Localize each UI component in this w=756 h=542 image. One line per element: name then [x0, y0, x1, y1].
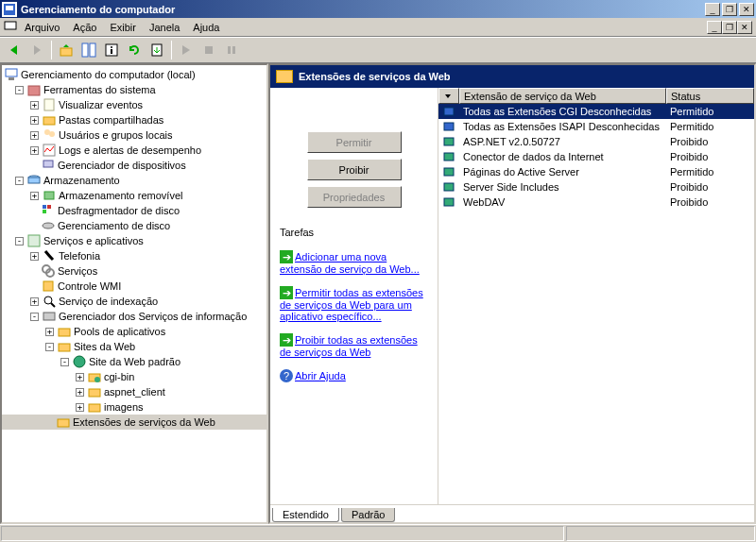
- expand-icon[interactable]: +: [76, 373, 84, 381]
- expand-icon[interactable]: +: [30, 192, 39, 200]
- expand-icon[interactable]: +: [30, 146, 39, 155]
- list-row[interactable]: Conector de dados da InternetProibido: [438, 149, 754, 164]
- properties-button[interactable]: [101, 40, 122, 60]
- tree-telefonia[interactable]: +Telefonia: [2, 248, 266, 263]
- tree-armaz-rem[interactable]: +Armazenamento removível: [2, 188, 266, 203]
- expand-icon[interactable]: +: [30, 131, 39, 140]
- refresh-button[interactable]: [124, 40, 145, 60]
- tree-gerenc-disp[interactable]: Gerenciador de dispositivos: [2, 158, 266, 173]
- svg-rect-25: [44, 192, 54, 199]
- restore-button[interactable]: ❐: [722, 3, 737, 16]
- up-button[interactable]: [56, 40, 77, 60]
- play-button[interactable]: [176, 40, 197, 60]
- link-open-help[interactable]: ?Abrir Ajuda: [280, 369, 428, 382]
- tree-label: Logs e alertas de desempenho: [59, 144, 201, 156]
- svg-rect-37: [59, 329, 70, 336]
- tree-logs-alertas[interactable]: +Logs e alertas de desempenho: [2, 143, 266, 158]
- list-row[interactable]: Todas as Extensões ISAPI DesconhecidasPe…: [438, 119, 754, 134]
- export-button[interactable]: [146, 40, 167, 60]
- tree-label: Gerenciamento do computador (local): [21, 69, 196, 80]
- ext-status: Permitido: [666, 166, 754, 178]
- tree-ext-serv-web[interactable]: Extensões de serviços da Web: [2, 415, 266, 430]
- eventlog-icon: [42, 97, 57, 112]
- tree-gerenc-iis[interactable]: -Gerenciador dos Serviços de informação: [2, 309, 266, 324]
- toolbar-separator: [171, 41, 172, 59]
- expand-icon[interactable]: +: [76, 403, 84, 412]
- tree-cgi-bin[interactable]: +cgi-bin: [2, 369, 266, 384]
- mdi-minimize-button[interactable]: _: [707, 21, 722, 34]
- back-button[interactable]: [4, 40, 25, 60]
- col-extension[interactable]: Extensão de serviço da Web: [459, 88, 666, 104]
- stop-button[interactable]: [198, 40, 219, 60]
- pause-button[interactable]: [221, 40, 242, 60]
- tab-estendido[interactable]: Estendido: [272, 508, 339, 522]
- expand-icon[interactable]: +: [30, 297, 39, 306]
- folder-icon: [87, 399, 102, 415]
- expand-icon[interactable]: +: [76, 388, 84, 397]
- tree-usuarios-grupos[interactable]: +Usuários e grupos locais: [2, 127, 266, 143]
- list-row[interactable]: Server Side IncludesProibido: [438, 179, 754, 195]
- collapse-icon[interactable]: -: [15, 237, 24, 246]
- collapse-icon[interactable]: -: [15, 177, 24, 185]
- expand-icon[interactable]: +: [45, 328, 54, 336]
- menu-acao[interactable]: Ação: [67, 20, 102, 35]
- list-row[interactable]: ASP.NET v2.0.50727Proibido: [438, 134, 754, 149]
- permitir-button[interactable]: Permitir: [307, 131, 402, 153]
- tree-pane[interactable]: Gerenciamento do computador (local) -Fer…: [0, 63, 268, 524]
- collapse-icon[interactable]: -: [60, 358, 69, 366]
- link-add-extension[interactable]: ➔Adicionar uma nova extensão de serviço …: [280, 250, 428, 275]
- collapse-icon[interactable]: -: [45, 343, 54, 351]
- tree-pools[interactable]: +Pools de aplicativos: [2, 324, 266, 339]
- tree-sites-web[interactable]: -Sites da Web: [2, 339, 266, 354]
- tree-pastas-comp[interactable]: +Pastas compartilhadas: [2, 112, 266, 127]
- menu-exibir[interactable]: Exibir: [104, 20, 142, 35]
- tree-imagens[interactable]: +imagens: [2, 399, 266, 415]
- tree-controle-wmi[interactable]: Controle WMI: [2, 279, 266, 294]
- tree-label: Visualizar eventos: [59, 99, 143, 110]
- tree-label: Telefonia: [59, 250, 100, 262]
- computer-icon: [4, 67, 19, 82]
- tree-visualizar-eventos[interactable]: +Visualizar eventos: [2, 97, 266, 112]
- expand-icon[interactable]: +: [30, 101, 39, 110]
- ext-icon: [442, 105, 455, 118]
- sort-icon: [443, 92, 453, 101]
- tree-aspnet-client[interactable]: +aspnet_client: [2, 384, 266, 399]
- show-hide-tree-button[interactable]: [78, 40, 99, 60]
- tree-site-padrao[interactable]: -Site da Web padrão: [2, 354, 266, 369]
- link-deny-all[interactable]: ➔Proibir todas as extensões de serviços …: [280, 333, 428, 358]
- ext-status: Proibido: [666, 196, 754, 208]
- mdi-close-button[interactable]: ✕: [737, 21, 752, 34]
- tree-armazenamento[interactable]: -Armazenamento: [2, 173, 266, 188]
- tree-root[interactable]: Gerenciamento do computador (local): [2, 67, 266, 82]
- tree-gerenc-disco[interactable]: Gerenciamento de disco: [2, 218, 266, 233]
- mdi-restore-button[interactable]: ❐: [722, 21, 737, 34]
- list-row[interactable]: Páginas do Active ServerPermitido: [438, 164, 754, 179]
- expand-icon[interactable]: +: [30, 252, 39, 261]
- svg-rect-16: [28, 86, 40, 95]
- menu-arquivo[interactable]: Arquivo: [19, 20, 65, 35]
- list-row[interactable]: WebDAVProibido: [438, 195, 754, 210]
- tree-desfrag[interactable]: Desfragmentador de disco: [2, 203, 266, 218]
- list-row[interactable]: Todas as Extensões CGI DesconhecidasPerm…: [438, 104, 754, 119]
- menu-janela[interactable]: Janela: [144, 20, 185, 35]
- tree-serv-index[interactable]: +Serviço de indexação: [2, 294, 266, 309]
- col-icon[interactable]: [438, 88, 459, 104]
- tab-padrao[interactable]: Padrão: [341, 508, 395, 522]
- perf-icon: [42, 143, 57, 158]
- svg-rect-26: [43, 205, 46, 209]
- minimize-button[interactable]: _: [705, 3, 720, 16]
- tree-servicos[interactable]: Serviços: [2, 263, 266, 279]
- collapse-icon[interactable]: -: [15, 86, 24, 94]
- link-allow-all[interactable]: ➔Permitir todas as extensões de serviços…: [280, 286, 428, 322]
- tree-ferramentas[interactable]: -Ferramentas do sistema: [2, 82, 266, 97]
- tree-servicos-apps[interactable]: -Serviços e aplicativos: [2, 233, 266, 248]
- ext-name: Todas as Extensões CGI Desconhecidas: [459, 106, 666, 117]
- collapse-icon[interactable]: -: [30, 313, 39, 321]
- proibir-button[interactable]: Proibir: [307, 159, 402, 180]
- propriedades-button[interactable]: Propriedades: [307, 186, 402, 208]
- close-button[interactable]: ✕: [739, 3, 754, 16]
- forward-button[interactable]: [26, 40, 47, 60]
- menu-ajuda[interactable]: Ajuda: [187, 20, 225, 35]
- col-status[interactable]: Status: [666, 88, 754, 104]
- expand-icon[interactable]: +: [30, 116, 39, 125]
